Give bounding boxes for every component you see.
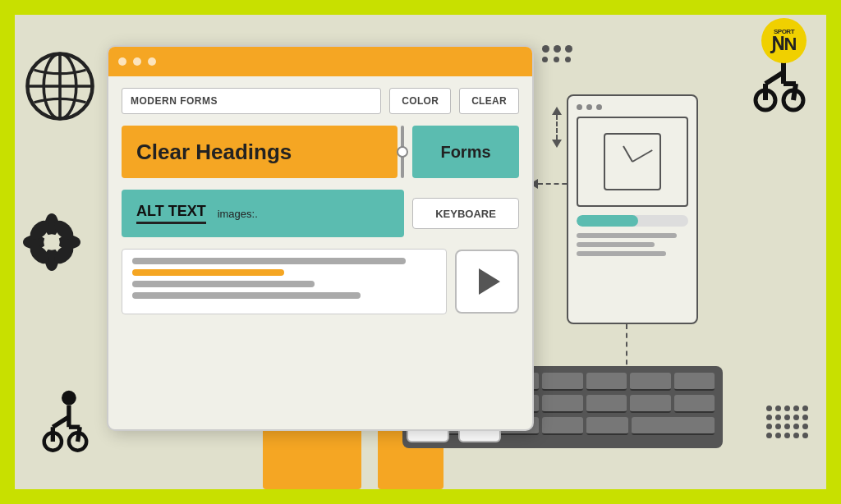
dot bbox=[775, 415, 781, 420]
border-top bbox=[0, 0, 841, 15]
forms-button[interactable]: Forms bbox=[412, 126, 519, 178]
search-input[interactable]: MODERN FORMS bbox=[122, 88, 381, 114]
screen-text-line bbox=[577, 242, 655, 247]
dot bbox=[775, 424, 781, 429]
key[interactable] bbox=[586, 373, 627, 391]
text-list-box bbox=[122, 249, 447, 314]
browser-dot-2 bbox=[133, 57, 141, 66]
key[interactable] bbox=[586, 417, 628, 435]
clock-area bbox=[577, 117, 688, 207]
dot bbox=[766, 424, 772, 429]
dot bbox=[793, 415, 799, 420]
clock-hour-hand bbox=[623, 145, 633, 162]
wheelchair-icon-bottom-left bbox=[29, 389, 94, 455]
key[interactable] bbox=[542, 417, 584, 435]
keyboard-button-label: KEYBOARE bbox=[435, 208, 496, 220]
clear-button-label: CLEAR bbox=[471, 95, 507, 107]
dot bbox=[565, 45, 572, 53]
brand-logo: SPORT ƝN bbox=[761, 18, 807, 63]
brand-icon: ƝN bbox=[771, 35, 797, 53]
key[interactable] bbox=[630, 395, 670, 413]
dashed-line-vertical bbox=[556, 115, 558, 140]
key[interactable] bbox=[674, 395, 715, 413]
play-icon bbox=[479, 268, 500, 295]
toolbar-row: MODERN FORMS COLOR CLEAR bbox=[122, 88, 519, 114]
play-button[interactable] bbox=[455, 250, 519, 314]
color-button[interactable]: COLOR bbox=[389, 88, 451, 114]
browser-dot-3 bbox=[148, 57, 156, 66]
screen-dot bbox=[577, 104, 582, 110]
browser-dot-1 bbox=[118, 57, 126, 66]
clock-face bbox=[604, 133, 661, 190]
screen-text-line bbox=[577, 233, 677, 238]
dot bbox=[554, 45, 561, 53]
dot bbox=[784, 415, 790, 420]
key[interactable] bbox=[586, 395, 627, 413]
second-screen bbox=[567, 94, 698, 324]
media-section bbox=[122, 249, 519, 314]
clock-minute-hand bbox=[632, 149, 653, 163]
svg-point-21 bbox=[62, 391, 76, 405]
heading-orange: Clear Headings bbox=[122, 126, 398, 178]
dot bbox=[554, 57, 559, 62]
dot bbox=[793, 433, 799, 438]
dot bbox=[802, 415, 808, 420]
key-wide[interactable] bbox=[632, 417, 715, 435]
dot bbox=[766, 405, 772, 411]
dot bbox=[793, 405, 799, 411]
play-area bbox=[455, 249, 519, 314]
svg-line-15 bbox=[765, 72, 784, 84]
dot bbox=[802, 424, 808, 429]
text-line bbox=[132, 281, 315, 287]
screen-dot bbox=[596, 104, 602, 110]
slider-track[interactable] bbox=[401, 126, 404, 178]
arrow-head-up-icon bbox=[552, 107, 562, 115]
svg-line-23 bbox=[53, 417, 69, 427]
heading-text: Clear Headings bbox=[136, 140, 292, 165]
browser-window: MODERN FORMS COLOR CLEAR Clear Headings … bbox=[107, 45, 534, 431]
progress-bar-fill bbox=[577, 215, 638, 227]
progress-bar bbox=[577, 215, 688, 227]
keyboard-button[interactable]: KEYBOARE bbox=[412, 198, 519, 229]
key[interactable] bbox=[674, 373, 715, 391]
flower-icon bbox=[23, 213, 80, 271]
dot bbox=[784, 433, 790, 438]
color-button-label: COLOR bbox=[402, 95, 439, 107]
arrow-up-indicator bbox=[552, 107, 562, 148]
screen-dot bbox=[586, 104, 592, 110]
alttext-box: ALT TEXT images:. bbox=[122, 190, 404, 237]
border-right bbox=[826, 0, 841, 504]
right-buttons: KEYBOARE bbox=[412, 190, 519, 237]
dot bbox=[766, 415, 772, 420]
heading-wrapper: Clear Headings bbox=[122, 126, 404, 178]
border-left bbox=[0, 0, 15, 504]
key[interactable] bbox=[542, 395, 582, 413]
alttext-sub: images:. bbox=[218, 208, 258, 220]
second-screen-header bbox=[577, 104, 688, 110]
slider-knob[interactable] bbox=[397, 146, 408, 158]
screen-text-line bbox=[577, 251, 666, 256]
dot bbox=[775, 433, 781, 438]
dot bbox=[793, 424, 799, 429]
clear-button[interactable]: CLEAR bbox=[459, 88, 519, 114]
dot bbox=[542, 45, 549, 53]
forms-button-label: Forms bbox=[440, 143, 490, 162]
screen-text-lines bbox=[577, 233, 688, 256]
key[interactable] bbox=[542, 373, 582, 391]
dot bbox=[802, 433, 808, 438]
key[interactable] bbox=[630, 373, 670, 391]
dot bbox=[784, 405, 790, 411]
heading-section: Clear Headings Forms bbox=[122, 126, 519, 178]
text-line bbox=[132, 292, 361, 299]
alttext-section: ALT TEXT images:. KEYBOARE bbox=[122, 190, 519, 237]
dot bbox=[542, 57, 548, 62]
text-line bbox=[132, 258, 406, 264]
browser-titlebar bbox=[108, 47, 532, 76]
globe-icon bbox=[23, 49, 97, 123]
search-input-value: MODERN FORMS bbox=[131, 95, 218, 107]
dot bbox=[775, 405, 781, 411]
dot-pattern-bottom-right bbox=[766, 405, 808, 438]
svg-point-12 bbox=[44, 234, 60, 250]
arrow-head-down-icon bbox=[552, 140, 562, 148]
text-line-orange bbox=[132, 269, 284, 276]
